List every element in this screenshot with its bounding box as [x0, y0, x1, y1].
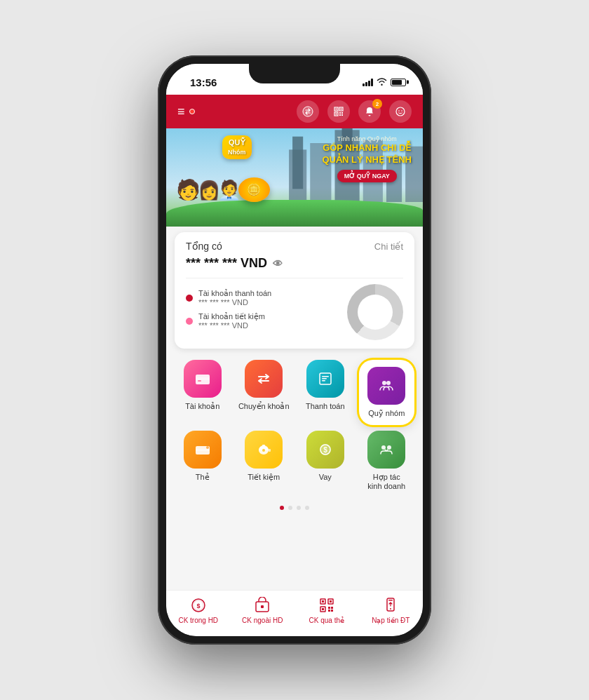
banner-content: Tính năng Quỹ nhóm GÓP NHANH CHI DỄ QUẢN…	[323, 135, 412, 182]
thanh-toan-label: Thanh toán	[306, 402, 345, 411]
dot-thanhtoan	[186, 295, 193, 302]
svg-point-42	[387, 445, 391, 450]
vay-label: Vay	[319, 473, 332, 482]
quy-nhom-label: Quỹ nhóm	[368, 409, 405, 418]
eye-icon[interactable]: 👁	[273, 258, 283, 269]
nav-nap-tien-dt[interactable]: Nạp tiền ĐT	[359, 596, 424, 625]
svg-rect-7	[339, 112, 341, 114]
bell-badge: 2	[372, 99, 382, 109]
nav-ck-ngoai-hd[interactable]: CK ngoài HD	[231, 596, 295, 625]
action-vay[interactable]: $ Vay	[297, 431, 353, 491]
svg-point-29	[382, 381, 386, 385]
page-dot-4	[305, 506, 309, 510]
svg-rect-57	[331, 610, 333, 612]
tai-khoan-label: Tài khoản	[185, 402, 219, 411]
tiet-kiem-label: Tiết kiệm	[248, 473, 280, 482]
status-icons	[363, 77, 406, 88]
balance-header: Tổng có Chi tiết	[186, 241, 403, 252]
bell-header-icon[interactable]: 2	[358, 100, 381, 123]
svg-rect-15	[292, 137, 303, 189]
svg-point-30	[386, 381, 391, 385]
tiet-kiem-icon	[245, 431, 283, 469]
account-name-tietkiem: Tài khoản tiết kiệm	[198, 312, 265, 321]
status-time: 13:56	[190, 76, 217, 88]
menu-icon[interactable]: ≡	[177, 105, 185, 119]
balance-amount: *** *** *** VND 👁	[186, 256, 403, 271]
nav-ck-qua-the[interactable]: CK qua thẻ	[294, 596, 359, 625]
svg-rect-52	[330, 600, 332, 603]
notch	[249, 64, 340, 83]
balance-title: Tổng có	[186, 241, 222, 252]
ck-qua-the-icon	[318, 596, 336, 614]
nav-label-nap-tien-dt: Nạp tiền ĐT	[372, 617, 409, 625]
svg-rect-56	[328, 610, 330, 612]
action-tiet-kiem[interactable]: Tiết kiệm	[236, 431, 292, 491]
accounts-list: Tài khoản thanh toán *** *** *** VND Tài…	[186, 289, 340, 335]
banner-title: GÓP NHANH CHI DỄ QUẢN LÝ NHẸ TÊNH	[323, 142, 412, 166]
page-dot-1	[280, 506, 284, 510]
accounts-chart: Tài khoản thanh toán *** *** *** VND Tài…	[186, 284, 403, 340]
svg-point-33	[206, 446, 209, 449]
svg-point-41	[381, 445, 386, 450]
svg-rect-23	[196, 377, 210, 380]
action-hop-tac-kinh-doanh[interactable]: Hợp tác kinh doanh	[359, 431, 415, 491]
balance-value: *** *** *** VND	[186, 256, 267, 271]
nav-label-ck-ngoai-hd: CK ngoài HD	[242, 617, 283, 625]
balance-card: Tổng có Chi tiết *** *** *** VND 👁 Tài k…	[175, 232, 414, 349]
svg-rect-5	[341, 109, 342, 110]
svg-rect-8	[341, 112, 343, 114]
phone-screen: 13:56	[166, 64, 423, 636]
account-name-thanhtoan: Tài khoản thanh toán	[198, 289, 271, 298]
svg-rect-24	[198, 380, 201, 382]
account-item-thanhtoan: Tài khoản thanh toán *** *** *** VND	[186, 289, 340, 307]
quy-nhom-icon	[367, 367, 405, 405]
svg-point-12	[398, 110, 400, 112]
phone-frame: 13:56	[158, 55, 431, 645]
transfer-header-icon[interactable]	[297, 100, 319, 123]
actions-row-1: Tài khoản Chuyển khoản	[175, 360, 414, 425]
header-left: ≡	[177, 105, 195, 119]
action-the[interactable]: Thẻ	[175, 431, 231, 491]
svg-rect-10	[341, 114, 343, 116]
divider	[186, 278, 403, 278]
action-thanh-toan[interactable]: Thanh toán	[297, 360, 353, 425]
actions-row-2: Thẻ Tiết kiệm	[175, 431, 414, 491]
header-right: 2	[297, 100, 412, 123]
face-header-icon[interactable]	[389, 100, 412, 123]
chuyen-khoan-label: Chuyển khoản	[238, 402, 290, 411]
the-label: Thẻ	[196, 473, 210, 482]
ck-trong-hd-icon: $	[189, 596, 208, 614]
banner-cta-button[interactable]: MỞ QUỸ NGAY	[337, 170, 397, 182]
svg-rect-54	[328, 607, 330, 609]
svg-rect-27	[322, 378, 327, 379]
nap-tien-dt-icon	[381, 596, 400, 614]
banner-subtitle: Tính năng Quỹ nhóm	[323, 135, 412, 142]
account-val-tietkiem: *** *** *** VND	[198, 321, 265, 330]
nav-ck-trong-hd[interactable]: $ CK trong HD	[166, 596, 231, 625]
action-chuyen-khoan[interactable]: Chuyển khoản	[236, 360, 292, 425]
svg-rect-51	[322, 600, 324, 603]
page-dot-3	[297, 506, 301, 510]
svg-point-13	[401, 110, 402, 112]
qr-header-icon[interactable]	[327, 100, 350, 123]
nav-label-ck-qua-the: CK qua thẻ	[309, 617, 344, 625]
page-dot-2	[288, 506, 292, 510]
svg-rect-55	[331, 607, 333, 609]
account-item-tietkiem: Tài khoản tiết kiệm *** *** *** VND	[186, 312, 340, 330]
hop-tac-icon	[367, 431, 405, 469]
pie-chart	[347, 284, 403, 340]
chi-tiet-link[interactable]: Chi tiết	[374, 241, 403, 252]
svg-rect-37	[269, 449, 271, 452]
svg-rect-32	[196, 449, 210, 451]
the-icon	[184, 431, 222, 469]
svg-rect-9	[339, 114, 341, 116]
action-tai-khoan[interactable]: Tài khoản	[175, 360, 231, 425]
account-val-thanhtoan: *** *** *** VND	[198, 298, 271, 307]
svg-rect-59	[388, 600, 393, 601]
pie-center	[358, 295, 393, 330]
action-quy-nhom[interactable]: Quỹ nhóm	[359, 360, 415, 425]
ck-ngoai-hd-icon	[253, 596, 271, 614]
svg-rect-53	[322, 608, 324, 610]
battery-icon	[391, 79, 406, 86]
banner[interactable]: 🪙 🧑 👩 🧑‍💼 QUỸNhóm Tính năng Quỹ nhóm GÓP…	[166, 128, 423, 227]
